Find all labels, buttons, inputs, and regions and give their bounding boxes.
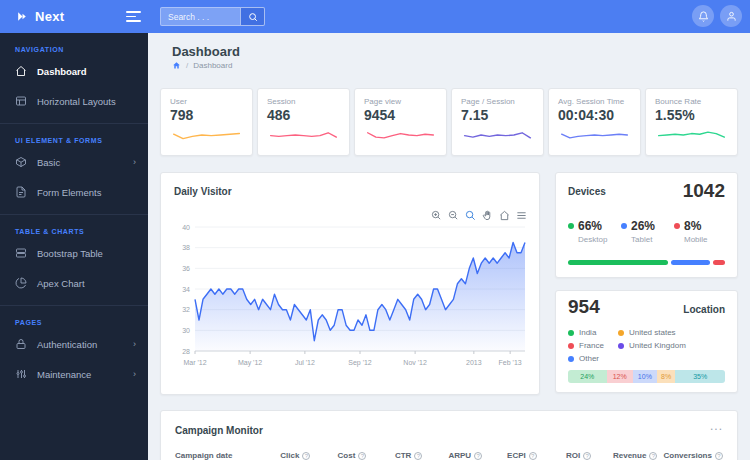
help-icon[interactable]: ?	[649, 452, 657, 460]
sidebar-item-maintenance[interactable]: Maintenance›	[0, 359, 148, 389]
svg-text:Sep '12: Sep '12	[348, 359, 372, 367]
campaign-column-roi[interactable]: ROI?	[550, 451, 607, 460]
column-label: Cost	[338, 451, 356, 460]
svg-text:38: 38	[182, 244, 190, 251]
daily-visitor-chart[interactable]: 40383634323028Mar '12May '12Jul '12Sep '…	[169, 221, 533, 381]
chart-toolbar	[431, 207, 527, 218]
sidebar-item-label: Authentication	[37, 339, 97, 350]
stat-value: 00:04:30	[558, 107, 631, 123]
stat-sparkline	[558, 127, 631, 144]
stat-sparkline	[267, 127, 340, 144]
campaign-column-ecpi[interactable]: ECPI?	[494, 451, 551, 460]
help-icon[interactable]: ?	[474, 452, 482, 460]
location-legend-united-kingdom: United Kingdom	[618, 341, 686, 350]
devices-card: Devices 1042 66%Desktop26%Tablet8%Mobile	[555, 172, 738, 278]
devices-bar-segment	[713, 260, 725, 265]
location-bar-segment: 8%	[657, 370, 675, 383]
column-label: Revenue	[613, 451, 646, 460]
sidebar-item-label: Basic	[37, 157, 60, 168]
stat-value: 486	[267, 107, 340, 123]
notifications-button[interactable]	[692, 5, 714, 27]
device-percentage: 8%	[684, 219, 701, 233]
search-button[interactable]	[240, 7, 265, 26]
help-icon[interactable]: ?	[302, 452, 310, 460]
campaign-column-campaign-date[interactable]: Campaign date	[175, 451, 267, 460]
svg-text:Feb '13: Feb '13	[499, 359, 522, 366]
location-distribution-bar: 24%12%10%8%35%	[568, 370, 725, 383]
menu-icon[interactable]	[516, 207, 527, 218]
location-legend-france: France	[568, 341, 604, 350]
card-options-icon[interactable]: ...	[710, 419, 723, 433]
sidebar-item-apex-chart[interactable]: Apex Chart	[0, 268, 148, 298]
sidebar-item-label: Maintenance	[37, 369, 91, 380]
stat-label: Page / Session	[461, 97, 534, 106]
stat-sparkline	[170, 127, 243, 144]
location-legend-india: India	[568, 328, 604, 337]
campaign-monitor-card: Campaign Monitor ... Campaign dateClick?…	[160, 410, 738, 460]
search-input[interactable]	[160, 7, 240, 26]
campaign-column-revenue[interactable]: Revenue?	[607, 451, 664, 460]
sidebar-item-bootstrap-table[interactable]: Bootstrap Table	[0, 238, 148, 268]
legend-dot	[618, 330, 624, 336]
stat-card-bounce-rate: Bounce Rate1.55%	[645, 88, 738, 156]
sidebar-item-basic[interactable]: Basic›	[0, 147, 148, 177]
column-label: ECPI	[507, 451, 526, 460]
campaign-column-click[interactable]: Click?	[267, 451, 324, 460]
help-icon[interactable]: ?	[583, 452, 591, 460]
campaign-table-header: Campaign dateClick?Cost?CTR?ARPU?ECPI?RO…	[175, 451, 723, 460]
sidebar-item-label: Bootstrap Table	[37, 248, 103, 259]
location-legend-other: Other	[568, 354, 604, 363]
stat-value: 9454	[364, 107, 437, 123]
legend-label: Other	[579, 354, 599, 363]
legend-label: India	[579, 328, 596, 337]
svg-text:2013: 2013	[466, 359, 482, 366]
help-icon[interactable]: ?	[715, 452, 723, 460]
campaign-column-conversions[interactable]: Conversions?	[663, 451, 722, 460]
devices-progress-bar	[568, 260, 725, 265]
zoom-in-icon[interactable]	[431, 207, 442, 218]
help-icon[interactable]: ?	[358, 452, 366, 460]
breadcrumb-current[interactable]: Dashboard	[193, 61, 232, 70]
app-logo[interactable]: Next	[16, 0, 64, 33]
legend-dot	[568, 343, 574, 349]
stat-label: Avg. Session Time	[558, 97, 631, 106]
selection-zoom-icon[interactable]	[465, 207, 476, 218]
menu-toggle-icon[interactable]	[126, 11, 141, 22]
home-icon	[15, 65, 27, 77]
stat-value: 1.55%	[655, 107, 728, 123]
sidebar-section-label: NAVIGATION	[0, 35, 148, 56]
svg-text:32: 32	[182, 306, 190, 313]
device-label: Desktop	[578, 235, 621, 244]
sidebar-section-label: TABLE & CHARTS	[0, 217, 148, 238]
campaign-column-arpu[interactable]: ARPU?	[437, 451, 494, 460]
help-icon[interactable]: ?	[414, 452, 422, 460]
svg-text:30: 30	[182, 327, 190, 334]
daily-visitor-card: Daily Visitor 40383634323028Mar '12May '…	[160, 172, 540, 395]
logo-text: Next	[35, 9, 64, 24]
legend-dot	[568, 356, 574, 362]
sidebar-item-horizontal-layouts[interactable]: Horizontal Layouts	[0, 86, 148, 116]
column-label: ROI	[566, 451, 580, 460]
sidebar-item-label: Dashboard	[37, 66, 87, 77]
pan-icon[interactable]	[482, 207, 493, 218]
sidebar-item-form-elements[interactable]: Form Elements	[0, 177, 148, 207]
svg-text:36: 36	[182, 265, 190, 272]
logo-icon	[16, 10, 29, 23]
bell-icon	[698, 11, 709, 22]
campaign-column-cost[interactable]: Cost?	[324, 451, 381, 460]
help-icon[interactable]: ?	[529, 452, 537, 460]
home-icon[interactable]	[172, 61, 181, 70]
device-percentage: 66%	[578, 219, 602, 233]
zoom-out-icon[interactable]	[448, 207, 459, 218]
profile-button[interactable]	[720, 5, 742, 27]
sidebar-item-authentication[interactable]: Authentication›	[0, 329, 148, 359]
svg-text:34: 34	[182, 286, 190, 293]
top-header: Next	[0, 0, 750, 33]
campaign-column-ctr[interactable]: CTR?	[380, 451, 437, 460]
campaign-title: Campaign Monitor	[175, 425, 263, 436]
column-label: Click	[280, 451, 299, 460]
location-title: Location	[683, 304, 725, 315]
sidebar-item-dashboard[interactable]: Dashboard	[0, 56, 148, 86]
svg-text:Nov '12: Nov '12	[403, 359, 427, 366]
reset-home-icon[interactable]	[499, 207, 510, 218]
